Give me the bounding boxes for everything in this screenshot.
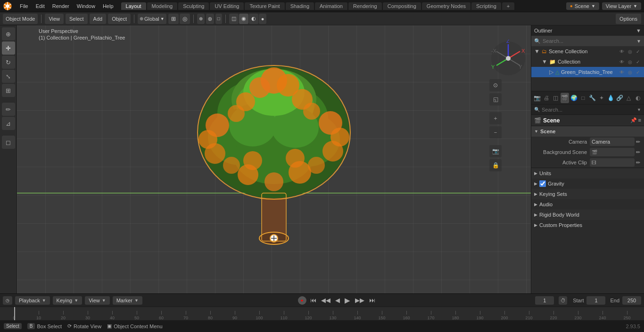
wireframe-shading[interactable]: ◫ — [229, 14, 239, 24]
menu-render[interactable]: Render — [49, 2, 73, 10]
view-dropdown[interactable]: View ▼ — [85, 296, 110, 305]
transform-tool[interactable]: ⊞ — [2, 84, 15, 97]
rigid-body-world-section[interactable]: ▶ Rigid Body World — [531, 210, 644, 220]
prop-particles-tab[interactable]: ✦ — [597, 93, 605, 103]
local-view-toggle[interactable]: ◱ — [489, 93, 502, 105]
scene-collection-check[interactable]: ✓ — [635, 48, 641, 55]
mode-dropdown[interactable]: Object Mode — [3, 14, 38, 24]
tab-geometry-nodes[interactable]: Geometry Nodes — [422, 2, 471, 10]
units-section[interactable]: ▶ Units — [531, 168, 644, 178]
marker-dropdown[interactable]: Marker ▼ — [113, 296, 142, 305]
play-reverse-btn[interactable]: ◀ — [334, 296, 341, 305]
snap-toggle[interactable]: ⊞ — [168, 14, 179, 24]
custom-properties-section[interactable]: ▶ Custom Properties — [531, 220, 644, 230]
record-btn[interactable]: ● — [298, 296, 306, 305]
tab-modeling[interactable]: Modeling — [147, 2, 178, 10]
tab-rendering[interactable]: Rendering — [348, 2, 382, 10]
add-menu[interactable]: Add — [90, 14, 107, 24]
overlay-btn[interactable]: ◍ — [206, 14, 214, 24]
camera-btn[interactable]: 📷 — [489, 145, 502, 157]
background-scene-pick-btn[interactable]: ✏ — [636, 149, 640, 155]
transform-global[interactable]: ⊕ Global ▼ — [138, 14, 166, 24]
outliner-collection[interactable]: ▼ 📁 Collection 👁 ◎ ✓ — [531, 57, 644, 67]
outliner-search-input[interactable] — [543, 38, 635, 44]
collection-check[interactable]: ✓ — [635, 58, 641, 65]
prop-object-tab[interactable]: □ — [579, 93, 587, 103]
scene-pin-btn[interactable]: 📌 — [630, 117, 637, 123]
menu-window[interactable]: Window — [73, 2, 99, 10]
timecode-btn[interactable]: ⏱ — [559, 296, 567, 305]
tab-animation[interactable]: Animation — [315, 2, 347, 10]
rendered-shading[interactable]: ● — [259, 14, 267, 24]
scene-extra-btn[interactable]: ≡ — [638, 117, 641, 123]
audio-section[interactable]: ▶ Audio — [531, 199, 644, 210]
rotate-tool[interactable]: ↻ — [2, 56, 15, 69]
zoom-in-btn[interactable]: ＋ — [489, 112, 502, 124]
menu-file[interactable]: File — [16, 2, 32, 10]
xray-btn[interactable]: □ — [215, 14, 222, 24]
annotate-tool[interactable]: ✏ — [2, 103, 15, 116]
tab-texture-paint[interactable]: Texture Paint — [245, 2, 284, 10]
collection-cam[interactable]: ◎ — [627, 58, 633, 65]
view-menu[interactable]: View — [45, 14, 64, 24]
menu-help[interactable]: Help — [99, 2, 117, 10]
skip-end-btn[interactable]: ⏭ — [368, 296, 376, 305]
prop-output-tab[interactable]: 🖨 — [542, 93, 550, 103]
timeline-ruler-row[interactable]: 0 10 20 30 40 50 — [0, 307, 644, 320]
active-clip-pick-btn[interactable]: ✏ — [636, 160, 640, 166]
prop-view-layer-tab[interactable]: ◫ — [552, 93, 560, 103]
gravity-checkbox[interactable] — [539, 180, 546, 187]
menu-edit[interactable]: Edit — [32, 2, 49, 10]
outliner-tree-object[interactable]: ▷ △ Green_Pistachio_Tree 👁 ◎ ✓ — [531, 67, 644, 77]
step-back-btn[interactable]: ◀◀ — [320, 296, 331, 305]
solid-shading[interactable]: ◉ — [239, 14, 248, 24]
prop-scene-tab[interactable]: 🎬 — [561, 93, 569, 103]
proportional-edit[interactable]: ◎ — [180, 14, 190, 24]
play-btn[interactable]: ▶ — [344, 295, 351, 306]
scene-collection-cam[interactable]: ◎ — [627, 48, 633, 55]
gizmo-btn[interactable]: ⊕ — [197, 14, 205, 24]
camera-pick-btn[interactable]: ✏ — [636, 139, 640, 145]
prop-constraints-tab[interactable]: 🔗 — [616, 93, 624, 103]
prop-physics-tab[interactable]: 💧 — [606, 93, 614, 103]
prop-material-tab[interactable]: ◐ — [634, 93, 642, 103]
end-frame-input[interactable] — [622, 296, 641, 305]
prop-data-tab[interactable]: △ — [625, 93, 633, 103]
active-clip-value[interactable]: 🎞 — [590, 158, 635, 167]
outliner-filter-btn[interactable]: ▼ — [636, 28, 641, 33]
tree-eye[interactable]: 👁 — [619, 69, 625, 75]
tab-add[interactable]: + — [502, 2, 514, 10]
perspective-toggle[interactable]: ⊙ — [489, 79, 502, 91]
object-menu[interactable]: Object — [108, 14, 131, 24]
prop-search-input[interactable] — [542, 107, 635, 113]
tree-check[interactable]: ✓ — [635, 69, 641, 75]
playback-dropdown[interactable]: Playback ▼ — [15, 296, 50, 305]
cursor-tool[interactable]: ⊕ — [2, 27, 15, 40]
tab-uv-editing[interactable]: UV Editing — [210, 2, 244, 10]
prop-modifier-tab[interactable]: 🔧 — [588, 93, 596, 103]
collection-eye[interactable]: 👁 — [619, 58, 625, 65]
prop-world-tab[interactable]: 🌍 — [570, 93, 578, 103]
timeline-mode-btn[interactable]: ◷ — [3, 296, 12, 305]
scene-section-header[interactable]: ▼ Scene — [531, 126, 644, 137]
zoom-out-btn[interactable]: － — [489, 126, 502, 138]
scale-tool[interactable]: ⤡ — [2, 70, 15, 83]
step-forward-btn[interactable]: ▶▶ — [354, 296, 365, 305]
filter-btn[interactable]: ▼ — [636, 39, 641, 44]
viewport[interactable]: User Perspective (1) Collection | Green_… — [17, 25, 531, 293]
tree-cam[interactable]: ◎ — [627, 69, 633, 75]
prop-render-tab[interactable]: 📷 — [533, 93, 541, 103]
add-cube-tool[interactable]: ◻ — [2, 136, 15, 149]
lock-camera-btn[interactable]: 🔒 — [489, 159, 502, 171]
tab-compositing[interactable]: Compositing — [383, 2, 421, 10]
select-menu[interactable]: Select — [66, 14, 88, 24]
tab-layout[interactable]: Layout — [121, 2, 146, 10]
scene-collection-eye[interactable]: 👁 — [619, 48, 625, 55]
outliner-scene-collection[interactable]: ▼ 🗂 Scene Collection 👁 ◎ ✓ — [531, 46, 644, 57]
gravity-section[interactable]: ▶ Gravity — [531, 178, 644, 189]
scene-selector[interactable]: ● Scene ▼ — [566, 2, 599, 10]
tab-shading[interactable]: Shading — [286, 2, 314, 10]
tab-sculpting[interactable]: Sculpting — [178, 2, 209, 10]
skip-start-btn[interactable]: ⏮ — [309, 296, 317, 305]
measure-tool[interactable]: ⊿ — [2, 117, 15, 130]
